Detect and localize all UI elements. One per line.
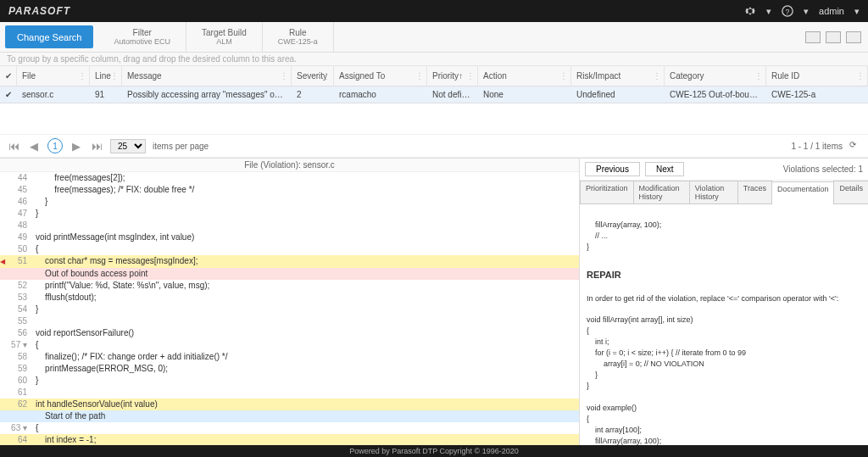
cell-ruleid: CWE-125-a [766, 90, 868, 99]
col-assigned[interactable]: Assigned To⋮ [334, 66, 427, 86]
view-icon-1[interactable] [805, 31, 821, 43]
footer: Powered by Parasoft DTP Copyright © 1996… [0, 445, 868, 457]
cell-risk: Undefined [571, 90, 665, 99]
tab-details[interactable]: Details [833, 181, 868, 203]
code-line: Start of the path [0, 410, 579, 422]
col-priority[interactable]: Priority ↑⋮ [427, 66, 478, 86]
pager-next-icon[interactable]: ▶ [70, 139, 83, 153]
code-line: 55 [0, 315, 579, 327]
filter-value: CWE-125-a [278, 37, 318, 46]
next-violation-button[interactable]: Next [645, 162, 685, 176]
col-ruleid[interactable]: Rule ID⋮ [766, 66, 868, 86]
col-file[interactable]: File⋮ [17, 66, 90, 86]
pager-summary: 1 - 1 / 1 items [791, 142, 843, 151]
tab-documentation[interactable]: Documentation [771, 181, 835, 204]
code-line: 63 ▾{ [0, 422, 579, 434]
code-line: 49void printMessage(int msgIndex, int va… [0, 231, 579, 243]
code-pane: File (Violation): sensor.c 44 free(messa… [0, 159, 580, 454]
col-message[interactable]: Message⋮ [122, 66, 292, 86]
code-line: 44 free(messages[2]); [0, 172, 579, 184]
code-line: 46 } [0, 196, 579, 208]
per-page-label: items per page [153, 142, 209, 151]
gear-icon[interactable] [744, 5, 756, 17]
topbar: PARASOFT ▾ ? ▾ admin ▾ [0, 0, 868, 22]
view-icon-2[interactable] [826, 31, 841, 43]
view-icon-3[interactable] [846, 31, 861, 43]
doc-tabs: PrioritizationModification HistoryViolat… [580, 181, 868, 204]
cell-line: 91 [90, 90, 122, 99]
code-body[interactable]: 44 free(messages[2]);45 free(messages); … [0, 172, 579, 454]
table-row[interactable]: ✔ sensor.c 91 Possibly accessing array "… [0, 86, 868, 103]
code-line: 64 int index = -1; [0, 434, 579, 446]
code-line: 53 fflush(stdout); [0, 292, 579, 304]
repair-heading: REPAIR [587, 270, 861, 280]
doc-nav: Previous Next Violations selected: 1 [580, 159, 868, 181]
col-risk[interactable]: Risk/Impact⋮ [571, 66, 665, 86]
repair-code: void fillArray(int array[], int size) { … [587, 315, 746, 454]
pager-page[interactable]: 1 [47, 138, 63, 153]
code-title: File (Violation): sensor.c [0, 159, 579, 172]
change-search-button[interactable]: Change Search [5, 25, 93, 48]
filter-label: Filter [133, 28, 152, 37]
pager-first-icon[interactable]: ⏮ [7, 139, 20, 153]
code-line: 48 [0, 220, 579, 231]
code-line: 61 [0, 387, 579, 398]
col-action[interactable]: Action⋮ [478, 66, 571, 86]
page-size-select[interactable]: 25 [110, 139, 146, 153]
repair-text: In order to get rid of the violation, re… [587, 294, 838, 303]
violations-selected: Violations selected: 1 [783, 164, 863, 174]
refresh-icon[interactable]: ⟳ [849, 140, 861, 152]
col-line[interactable]: Line⋮ [90, 66, 122, 86]
filter-value: Automotive ECU [114, 37, 170, 46]
view-toggles [805, 22, 868, 52]
toolbar: Change Search Filter Automotive ECU Targ… [0, 22, 868, 53]
col-check[interactable]: ✔ [0, 66, 17, 86]
filter-cell-2[interactable]: Rule CWE-125-a [263, 22, 334, 52]
filter-cell-0[interactable]: Filter Automotive ECU [98, 22, 186, 52]
filter-value: ALM [216, 37, 232, 46]
code-line: 58 finalize(); /* FIX: change order + ad… [0, 351, 579, 363]
code-line: Out of bounds access point [0, 268, 579, 280]
code-line: 50{ [0, 243, 579, 255]
cell-assigned: rcamacho [334, 90, 427, 99]
doc-snippet: fillArray(array, 100); // ... } [587, 220, 661, 251]
cell-severity: 2 [292, 90, 334, 99]
filter-label: Rule [289, 28, 307, 37]
cell-priority: Not defined [427, 90, 478, 99]
prev-violation-button[interactable]: Previous [585, 162, 640, 176]
tab-violation-history[interactable]: Violation History [689, 181, 738, 203]
topbar-right: ▾ ? ▾ admin ▾ [744, 5, 860, 17]
filter-cell-1[interactable]: Target Build ALM [186, 22, 263, 52]
split-view: File (Violation): sensor.c 44 free(messa… [0, 158, 868, 454]
user-label[interactable]: admin [819, 6, 844, 16]
cell-category: CWE-125 Out-of-bounds Read [665, 90, 766, 99]
cell-action: None [478, 90, 571, 99]
col-category[interactable]: Category⋮ [665, 66, 766, 86]
code-line: 45 free(messages); /* FIX: double free *… [0, 184, 579, 196]
code-line: 52 printf("Value: %d, State: %s\n", valu… [0, 280, 579, 292]
tab-modification-history[interactable]: Modification History [633, 181, 690, 203]
tab-prioritization[interactable]: Prioritization [580, 181, 634, 203]
code-line: 47} [0, 208, 579, 220]
help-icon[interactable]: ? [782, 5, 793, 17]
cell-message: Possibly accessing array "messages" out … [122, 90, 292, 99]
row-check[interactable]: ✔ [0, 90, 17, 99]
code-line: 57 ▾{ [0, 339, 579, 351]
tab-traces[interactable]: Traces [737, 181, 772, 203]
code-line: 62int handleSensorValue(int value) [0, 398, 579, 410]
pager-last-icon[interactable]: ⏭ [90, 139, 103, 153]
group-hint: To group by a specific column, drag and … [0, 53, 868, 66]
cell-file: sensor.c [17, 90, 90, 99]
doc-body[interactable]: fillArray(array, 100); // ... } REPAIR I… [580, 204, 868, 454]
pager: ⏮ ◀ 1 ▶ ⏭ 25 items per page 1 - 1 / 1 it… [0, 134, 868, 158]
code-line: 51 const char* msg = messages[msgIndex]; [0, 255, 579, 268]
doc-pane: Previous Next Violations selected: 1 Pri… [580, 159, 868, 454]
code-line: 60} [0, 375, 579, 387]
code-line: 59 printMessage(ERROR_MSG, 0); [0, 363, 579, 375]
filter-label: Target Build [202, 28, 247, 37]
code-line: 54} [0, 304, 579, 315]
pager-prev-icon[interactable]: ◀ [27, 139, 41, 153]
code-line: 56void reportSensorFailure() [0, 327, 579, 339]
brand-logo: PARASOFT [8, 5, 70, 17]
col-severity[interactable]: Severity⋮ [292, 66, 334, 86]
